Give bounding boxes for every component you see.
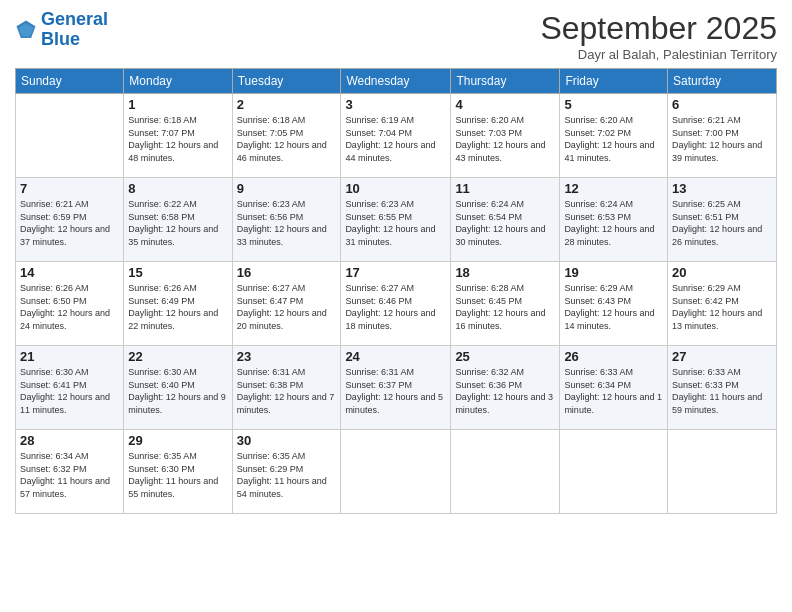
logo: General Blue [15, 10, 108, 50]
title-block: September 2025 Dayr al Balah, Palestinia… [540, 10, 777, 62]
week-row-2: 14Sunrise: 6:26 AMSunset: 6:50 PMDayligh… [16, 262, 777, 346]
day-info: Sunrise: 6:35 AMSunset: 6:29 PMDaylight:… [237, 450, 337, 500]
week-row-0: 1Sunrise: 6:18 AMSunset: 7:07 PMDaylight… [16, 94, 777, 178]
day-cell: 4Sunrise: 6:20 AMSunset: 7:03 PMDaylight… [451, 94, 560, 178]
header-day-monday: Monday [124, 69, 232, 94]
header-row: SundayMondayTuesdayWednesdayThursdayFrid… [16, 69, 777, 94]
day-cell: 10Sunrise: 6:23 AMSunset: 6:55 PMDayligh… [341, 178, 451, 262]
day-number: 14 [20, 265, 119, 280]
logo-text: General Blue [41, 10, 108, 50]
day-number: 28 [20, 433, 119, 448]
day-cell: 20Sunrise: 6:29 AMSunset: 6:42 PMDayligh… [668, 262, 777, 346]
header: General Blue September 2025 Dayr al Bala… [15, 10, 777, 62]
day-info: Sunrise: 6:30 AMSunset: 6:41 PMDaylight:… [20, 366, 119, 416]
day-info: Sunrise: 6:27 AMSunset: 6:46 PMDaylight:… [345, 282, 446, 332]
day-info: Sunrise: 6:34 AMSunset: 6:32 PMDaylight:… [20, 450, 119, 500]
day-cell: 14Sunrise: 6:26 AMSunset: 6:50 PMDayligh… [16, 262, 124, 346]
week-row-4: 28Sunrise: 6:34 AMSunset: 6:32 PMDayligh… [16, 430, 777, 514]
day-number: 17 [345, 265, 446, 280]
day-info: Sunrise: 6:32 AMSunset: 6:36 PMDaylight:… [455, 366, 555, 416]
page: General Blue September 2025 Dayr al Bala… [0, 0, 792, 612]
day-cell: 13Sunrise: 6:25 AMSunset: 6:51 PMDayligh… [668, 178, 777, 262]
header-day-tuesday: Tuesday [232, 69, 341, 94]
month-title: September 2025 [540, 10, 777, 47]
day-cell: 18Sunrise: 6:28 AMSunset: 6:45 PMDayligh… [451, 262, 560, 346]
day-number: 7 [20, 181, 119, 196]
day-cell: 26Sunrise: 6:33 AMSunset: 6:34 PMDayligh… [560, 346, 668, 430]
day-cell: 1Sunrise: 6:18 AMSunset: 7:07 PMDaylight… [124, 94, 232, 178]
day-number: 21 [20, 349, 119, 364]
day-info: Sunrise: 6:21 AMSunset: 6:59 PMDaylight:… [20, 198, 119, 248]
day-info: Sunrise: 6:28 AMSunset: 6:45 PMDaylight:… [455, 282, 555, 332]
day-info: Sunrise: 6:30 AMSunset: 6:40 PMDaylight:… [128, 366, 227, 416]
day-number: 3 [345, 97, 446, 112]
day-info: Sunrise: 6:25 AMSunset: 6:51 PMDaylight:… [672, 198, 772, 248]
day-info: Sunrise: 6:19 AMSunset: 7:04 PMDaylight:… [345, 114, 446, 164]
day-info: Sunrise: 6:23 AMSunset: 6:55 PMDaylight:… [345, 198, 446, 248]
day-number: 4 [455, 97, 555, 112]
day-number: 19 [564, 265, 663, 280]
day-info: Sunrise: 6:21 AMSunset: 7:00 PMDaylight:… [672, 114, 772, 164]
day-info: Sunrise: 6:22 AMSunset: 6:58 PMDaylight:… [128, 198, 227, 248]
day-info: Sunrise: 6:33 AMSunset: 6:34 PMDaylight:… [564, 366, 663, 416]
day-number: 27 [672, 349, 772, 364]
day-cell: 21Sunrise: 6:30 AMSunset: 6:41 PMDayligh… [16, 346, 124, 430]
day-number: 1 [128, 97, 227, 112]
day-info: Sunrise: 6:24 AMSunset: 6:54 PMDaylight:… [455, 198, 555, 248]
header-day-saturday: Saturday [668, 69, 777, 94]
header-day-wednesday: Wednesday [341, 69, 451, 94]
day-cell [341, 430, 451, 514]
day-info: Sunrise: 6:29 AMSunset: 6:43 PMDaylight:… [564, 282, 663, 332]
day-number: 25 [455, 349, 555, 364]
day-info: Sunrise: 6:18 AMSunset: 7:07 PMDaylight:… [128, 114, 227, 164]
logo-line2: Blue [41, 29, 80, 49]
day-info: Sunrise: 6:20 AMSunset: 7:03 PMDaylight:… [455, 114, 555, 164]
day-cell: 28Sunrise: 6:34 AMSunset: 6:32 PMDayligh… [16, 430, 124, 514]
day-number: 11 [455, 181, 555, 196]
calendar-table: SundayMondayTuesdayWednesdayThursdayFrid… [15, 68, 777, 514]
day-info: Sunrise: 6:18 AMSunset: 7:05 PMDaylight:… [237, 114, 337, 164]
day-number: 9 [237, 181, 337, 196]
day-info: Sunrise: 6:33 AMSunset: 6:33 PMDaylight:… [672, 366, 772, 416]
day-cell: 19Sunrise: 6:29 AMSunset: 6:43 PMDayligh… [560, 262, 668, 346]
day-number: 8 [128, 181, 227, 196]
day-cell: 27Sunrise: 6:33 AMSunset: 6:33 PMDayligh… [668, 346, 777, 430]
day-number: 30 [237, 433, 337, 448]
day-number: 10 [345, 181, 446, 196]
day-info: Sunrise: 6:24 AMSunset: 6:53 PMDaylight:… [564, 198, 663, 248]
day-info: Sunrise: 6:27 AMSunset: 6:47 PMDaylight:… [237, 282, 337, 332]
day-number: 22 [128, 349, 227, 364]
day-info: Sunrise: 6:29 AMSunset: 6:42 PMDaylight:… [672, 282, 772, 332]
header-day-friday: Friday [560, 69, 668, 94]
day-cell: 11Sunrise: 6:24 AMSunset: 6:54 PMDayligh… [451, 178, 560, 262]
day-number: 2 [237, 97, 337, 112]
day-cell: 16Sunrise: 6:27 AMSunset: 6:47 PMDayligh… [232, 262, 341, 346]
day-number: 26 [564, 349, 663, 364]
location-subtitle: Dayr al Balah, Palestinian Territory [540, 47, 777, 62]
day-cell: 24Sunrise: 6:31 AMSunset: 6:37 PMDayligh… [341, 346, 451, 430]
day-cell: 29Sunrise: 6:35 AMSunset: 6:30 PMDayligh… [124, 430, 232, 514]
day-cell: 6Sunrise: 6:21 AMSunset: 7:00 PMDaylight… [668, 94, 777, 178]
day-cell: 3Sunrise: 6:19 AMSunset: 7:04 PMDaylight… [341, 94, 451, 178]
day-cell: 23Sunrise: 6:31 AMSunset: 6:38 PMDayligh… [232, 346, 341, 430]
day-cell: 15Sunrise: 6:26 AMSunset: 6:49 PMDayligh… [124, 262, 232, 346]
day-number: 12 [564, 181, 663, 196]
day-number: 6 [672, 97, 772, 112]
logo-line1: General [41, 9, 108, 29]
day-cell [668, 430, 777, 514]
day-cell: 9Sunrise: 6:23 AMSunset: 6:56 PMDaylight… [232, 178, 341, 262]
day-cell: 25Sunrise: 6:32 AMSunset: 6:36 PMDayligh… [451, 346, 560, 430]
week-row-3: 21Sunrise: 6:30 AMSunset: 6:41 PMDayligh… [16, 346, 777, 430]
day-cell: 17Sunrise: 6:27 AMSunset: 6:46 PMDayligh… [341, 262, 451, 346]
day-cell: 8Sunrise: 6:22 AMSunset: 6:58 PMDaylight… [124, 178, 232, 262]
day-number: 18 [455, 265, 555, 280]
day-cell: 22Sunrise: 6:30 AMSunset: 6:40 PMDayligh… [124, 346, 232, 430]
day-number: 24 [345, 349, 446, 364]
header-day-thursday: Thursday [451, 69, 560, 94]
day-cell: 7Sunrise: 6:21 AMSunset: 6:59 PMDaylight… [16, 178, 124, 262]
day-info: Sunrise: 6:23 AMSunset: 6:56 PMDaylight:… [237, 198, 337, 248]
day-info: Sunrise: 6:31 AMSunset: 6:38 PMDaylight:… [237, 366, 337, 416]
day-info: Sunrise: 6:26 AMSunset: 6:50 PMDaylight:… [20, 282, 119, 332]
day-cell: 12Sunrise: 6:24 AMSunset: 6:53 PMDayligh… [560, 178, 668, 262]
day-number: 23 [237, 349, 337, 364]
